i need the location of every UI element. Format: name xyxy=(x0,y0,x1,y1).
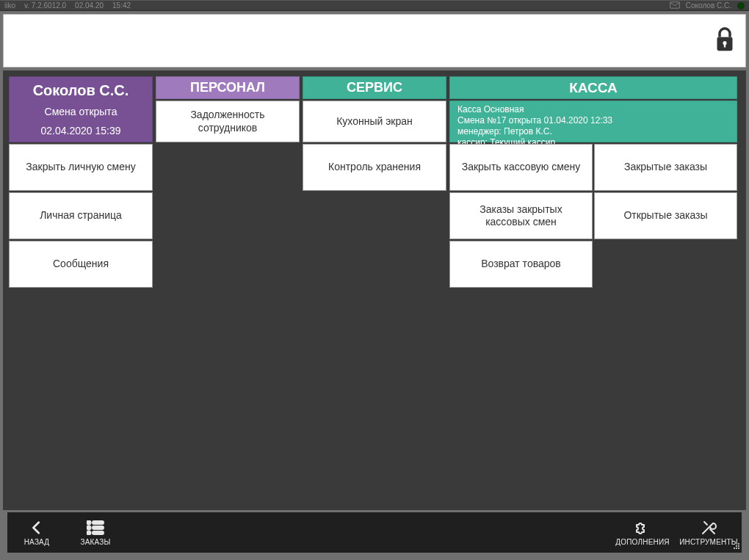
storage-control-button[interactable]: Контроль хранения xyxy=(303,144,446,191)
svg-rect-3 xyxy=(724,44,726,48)
svg-point-4 xyxy=(87,521,91,525)
svg-point-11 xyxy=(738,545,739,547)
addons-label: ДОПОЛНЕНИЯ xyxy=(615,538,670,546)
staff-header-tile: ПЕРСОНАЛ xyxy=(156,76,300,99)
svg-point-12 xyxy=(736,545,737,547)
service-header-tile: СЕРВИС xyxy=(303,76,446,99)
cash-info-tile: Касса Основная Смена №17 открыта 01.04.2… xyxy=(449,101,737,142)
bottom-bar: НАЗАД ЗАКАЗЫ ДОПОЛНЕНИЯ ИНСТРУМЕНТЫ xyxy=(7,512,742,553)
top-bar xyxy=(3,14,746,68)
column-staff: ПЕРСОНАЛ Задолженность сотрудников xyxy=(156,76,300,142)
list-icon xyxy=(87,519,104,537)
kitchen-screen-button[interactable]: Кухонный экран xyxy=(303,101,446,142)
messages-button[interactable]: Сообщения xyxy=(9,241,153,288)
workarea: Соколов С.С. Смена открыта 02.04.2020 15… xyxy=(3,70,746,510)
closed-orders-button[interactable]: Закрытые заказы xyxy=(594,144,737,191)
addons-button[interactable]: ДОПОЛНЕНИЯ xyxy=(609,512,676,553)
cash-register-name: Касса Основная xyxy=(457,104,524,115)
svg-rect-9 xyxy=(93,531,104,534)
chevron-left-icon xyxy=(29,519,45,537)
svg-point-14 xyxy=(736,548,737,549)
user-name: Соколов С.С. xyxy=(33,81,129,100)
cash-manager: менеджер: Петров К.С. xyxy=(457,126,552,137)
puzzle-icon xyxy=(634,519,651,537)
close-personal-shift-button[interactable]: Закрыть личную смену xyxy=(9,144,153,191)
column-service: СЕРВИС Кухонный экран Контроль хранения xyxy=(303,76,446,191)
close-cash-shift-button[interactable]: Закрыть кассовую смену xyxy=(449,144,593,191)
svg-point-8 xyxy=(87,531,91,535)
tools-icon xyxy=(700,519,717,537)
orders-label: ЗАКАЗЫ xyxy=(80,538,110,546)
tools-label: ИНСТРУМЕНТЫ xyxy=(679,538,738,546)
employee-debts-button[interactable]: Задолженность сотрудников xyxy=(156,101,300,142)
status-bar: iiko v. 7.2.6012.0 02.04.20 15:42 Соколо… xyxy=(0,0,749,11)
return-goods-button[interactable]: Возврат товаров xyxy=(449,241,593,288)
lock-icon[interactable] xyxy=(714,25,735,57)
status-indicator-icon xyxy=(737,2,745,10)
app-name: iiko xyxy=(4,1,15,10)
svg-point-10 xyxy=(738,543,739,545)
svg-point-15 xyxy=(734,548,735,549)
shift-status-label: Смена открыта xyxy=(45,106,117,119)
svg-rect-7 xyxy=(93,526,104,529)
cash-header-tile: КАССА xyxy=(449,76,737,99)
svg-point-6 xyxy=(87,526,91,530)
column-user: Соколов С.С. Смена открыта 02.04.2020 15… xyxy=(9,76,153,288)
back-label: НАЗАД xyxy=(24,538,50,546)
column-cash: КАССА Касса Основная Смена №17 открыта 0… xyxy=(449,76,737,288)
user-header-tile: Соколов С.С. Смена открыта 02.04.2020 15… xyxy=(9,76,153,142)
personal-page-button[interactable]: Личная страница xyxy=(9,192,153,239)
orders-button[interactable]: ЗАКАЗЫ xyxy=(66,512,125,553)
back-button[interactable]: НАЗАД xyxy=(7,512,66,553)
app-version: v. 7.2.6012.0 xyxy=(24,1,66,10)
closed-shift-orders-button[interactable]: Заказы закрытых кассовых смен xyxy=(449,192,593,239)
mail-icon[interactable] xyxy=(670,1,680,10)
tools-button[interactable]: ИНСТРУМЕНТЫ xyxy=(676,512,742,553)
svg-rect-0 xyxy=(670,1,679,7)
status-date: 02.04.20 xyxy=(75,1,104,10)
shift-opened-time: 02.04.2020 15:39 xyxy=(41,125,121,138)
status-time: 15:42 xyxy=(112,1,131,10)
svg-rect-5 xyxy=(93,521,104,524)
resize-grip-icon[interactable] xyxy=(733,542,740,551)
cash-shift-info: Смена №17 открыта 01.04.2020 12:33 xyxy=(457,115,612,126)
status-user: Соколов С.С. xyxy=(686,1,731,10)
open-orders-button[interactable]: Открытые заказы xyxy=(594,192,737,239)
svg-point-13 xyxy=(738,548,739,549)
